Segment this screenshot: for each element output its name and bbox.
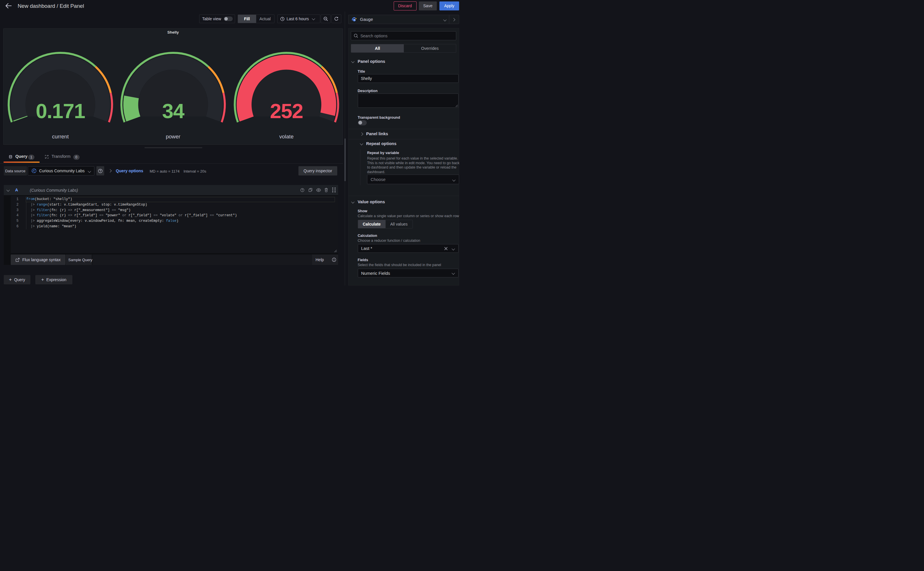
svg-text:79: 79: [353, 19, 355, 21]
